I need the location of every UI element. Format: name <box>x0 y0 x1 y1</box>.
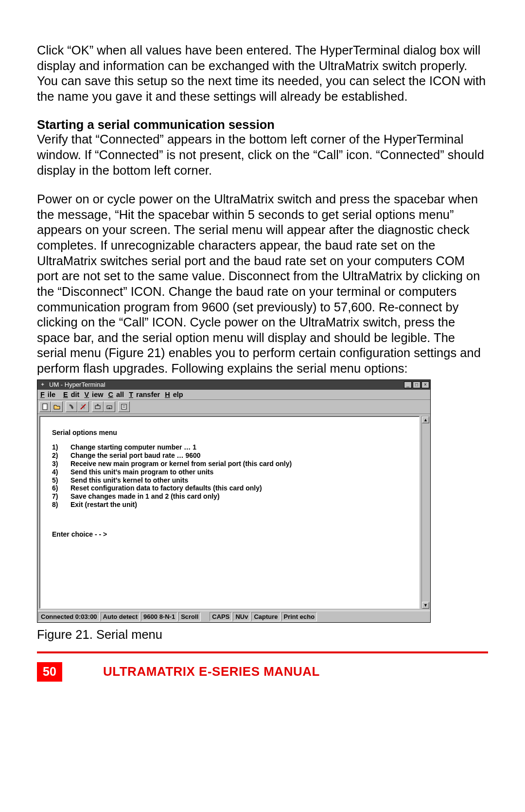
scroll-down-icon[interactable]: ▼ <box>422 602 429 609</box>
send-icon[interactable] <box>92 401 104 412</box>
properties-icon[interactable] <box>118 401 130 412</box>
menu-file[interactable]: File <box>40 391 58 398</box>
paragraph-3: Power on or cycle power on the UltraMatr… <box>37 192 488 376</box>
call-icon[interactable] <box>66 401 77 412</box>
receive-icon[interactable] <box>104 401 115 412</box>
status-connected: Connected 0:03:00 <box>38 612 100 621</box>
toolbar <box>37 400 430 414</box>
titlebar[interactable]: ✦ UM - HyperTerminal _ □ × <box>37 380 430 390</box>
window-title: UM - HyperTerminal <box>49 381 403 388</box>
status-num: NUv <box>233 612 250 621</box>
svg-rect-2 <box>95 406 100 409</box>
status-autodetect: Auto detect <box>101 612 140 621</box>
serial-menu-title: Serial options menu <box>52 429 409 437</box>
status-scroll: Scroll <box>178 612 201 621</box>
svg-rect-3 <box>107 406 112 409</box>
divider <box>37 651 488 653</box>
statusbar: Connected 0:03:00 Auto detect 9600 8-N-1… <box>37 611 430 622</box>
menu-help[interactable]: Help <box>165 391 183 398</box>
menubar: File Edit View Call Transfer Help <box>37 390 430 400</box>
footer: 50 ULTRAMATRIX E-SERIES MANUAL <box>37 662 525 682</box>
menu-view[interactable]: View <box>84 391 103 398</box>
scrollbar[interactable]: ▲ ▼ <box>421 416 429 609</box>
status-echo: Print echo <box>281 612 317 621</box>
paragraph-2: Verify that “Connected” appears in the b… <box>37 132 488 178</box>
minimize-button[interactable]: _ <box>404 381 412 388</box>
svg-rect-0 <box>43 404 47 410</box>
app-icon: ✦ <box>38 381 46 389</box>
paragraph-1: Click “OK” when all values have been ent… <box>37 43 488 104</box>
list-item: 6)Reset configuration data to factory de… <box>52 484 409 492</box>
new-icon[interactable] <box>39 401 51 412</box>
list-item: 2)Change the serial port baud rate … 960… <box>52 451 409 460</box>
list-item: 4)Send this unit’s main program to other… <box>52 468 409 476</box>
menu-edit[interactable]: Edit <box>63 391 79 398</box>
scroll-up-icon[interactable]: ▲ <box>422 416 429 423</box>
hyperterminal-window: ✦ UM - HyperTerminal _ □ × File Edit Vie… <box>37 379 431 623</box>
serial-prompt: Enter choice - - > <box>52 530 409 539</box>
list-item: 5)Send this unit’s kernel to other units <box>52 476 409 485</box>
footer-title: ULTRAMATRIX E-SERIES MANUAL <box>103 664 320 679</box>
svg-rect-4 <box>122 404 126 409</box>
status-mode: 9600 8-N-1 <box>141 612 177 621</box>
terminal-output: Serial options menu 1)Change starting co… <box>39 416 420 609</box>
list-item: 8)Exit (restart the unit) <box>52 501 409 509</box>
maximize-button[interactable]: □ <box>413 381 420 388</box>
list-item: 7)Save changes made in 1 and 2 (this car… <box>52 492 409 501</box>
list-item: 3)Receive new main program or kernel fro… <box>52 460 409 468</box>
status-capture: Capture <box>251 612 280 621</box>
close-button[interactable]: × <box>421 381 429 388</box>
list-item: 1)Change starting computer number … 1 <box>52 443 409 451</box>
menu-call[interactable]: Call <box>108 391 124 398</box>
menu-transfer[interactable]: Transfer <box>129 391 160 398</box>
page-number: 50 <box>37 662 62 682</box>
figure-caption: Figure 21. Serial menu <box>37 628 488 642</box>
status-caps: CAPS <box>210 612 232 621</box>
open-icon[interactable] <box>51 401 63 412</box>
section-heading: Starting a serial communication session <box>37 118 488 132</box>
disconnect-icon[interactable] <box>77 401 89 412</box>
